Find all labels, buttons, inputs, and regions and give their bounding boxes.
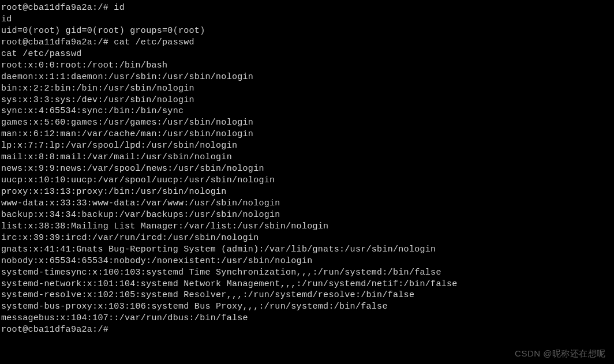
- terminal-line: www-data:x:33:33:www-data:/var/www:/usr/…: [1, 198, 613, 209]
- terminal-line: cat /etc/passwd: [1, 48, 613, 60]
- terminal-line: messagebus:x:104:107::/var/run/dbus:/bin…: [1, 313, 613, 324]
- terminal-line: mail:x:8:8:mail:/var/mail:/usr/sbin/nolo…: [1, 152, 613, 163]
- terminal-line: games:x:5:60:games:/usr/games:/usr/sbin/…: [1, 117, 613, 129]
- terminal-line: root@cba11dfa9a2a:/# id: [1, 2, 613, 14]
- terminal-line: systemd-timesync:x:100:103:systemd Time …: [1, 267, 613, 279]
- terminal-line: backup:x:34:34:backup:/var/backups:/usr/…: [1, 209, 613, 221]
- terminal-line: sync:x:4:65534:sync:/bin:/bin/sync: [1, 106, 613, 117]
- terminal-line: gnats:x:41:41:Gnats Bug-Reporting System…: [1, 244, 613, 256]
- terminal-line: systemd-resolve:x:102:105:systemd Resolv…: [1, 290, 613, 301]
- terminal-line: root:x:0:0:root:/root:/bin/bash: [1, 60, 613, 72]
- terminal-line: root@cba11dfa9a2a:/#: [1, 324, 613, 336]
- terminal-line: proxy:x:13:13:proxy:/bin:/usr/sbin/nolog…: [1, 186, 613, 198]
- terminal-line: nobody:x:65534:65534:nobody:/nonexistent…: [1, 256, 613, 267]
- terminal-line: systemd-network:x:101:104:systemd Networ…: [1, 279, 613, 290]
- terminal-output[interactable]: root@cba11dfa9a2a:/# ididuid=0(root) gid…: [1, 2, 613, 336]
- terminal-line: id: [1, 14, 613, 25]
- terminal-line: daemon:x:1:1:daemon:/usr/sbin:/usr/sbin/…: [1, 72, 613, 83]
- terminal-line: bin:x:2:2:bin:/bin:/usr/sbin/nologin: [1, 83, 613, 95]
- terminal-line: sys:x:3:3:sys:/dev:/usr/sbin/nologin: [1, 95, 613, 106]
- terminal-line: root@cba11dfa9a2a:/# cat /etc/passwd: [1, 37, 613, 48]
- terminal-line: list:x:38:38:Mailing List Manager:/var/l…: [1, 221, 613, 232]
- terminal-line: man:x:6:12:man:/var/cache/man:/usr/sbin/…: [1, 129, 613, 140]
- terminal-line: news:x:9:9:news:/var/spool/news:/usr/sbi…: [1, 163, 613, 175]
- terminal-line: irc:x:39:39:ircd:/var/run/ircd:/usr/sbin…: [1, 232, 613, 244]
- terminal-line: systemd-bus-proxy:x:103:106:systemd Bus …: [1, 301, 613, 313]
- terminal-line: uid=0(root) gid=0(root) groups=0(root): [1, 25, 613, 37]
- terminal-line: lp:x:7:7:lp:/var/spool/lpd:/usr/sbin/nol…: [1, 140, 613, 152]
- watermark-text: CSDN @昵称还在想呢: [515, 348, 606, 359]
- terminal-line: uucp:x:10:10:uucp:/var/spool/uucp:/usr/s…: [1, 175, 613, 186]
